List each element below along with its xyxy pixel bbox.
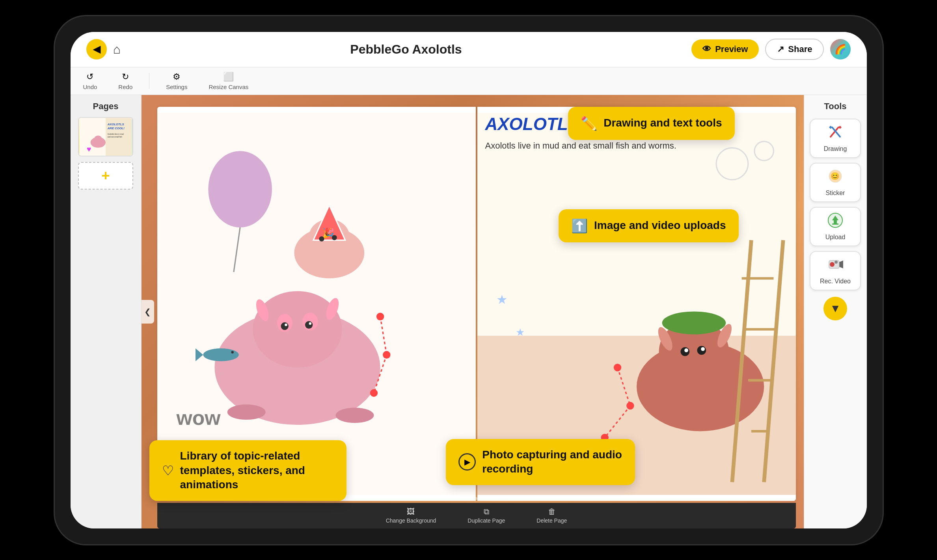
settings-button[interactable]: ⚙ Settings	[161, 70, 192, 92]
header-right: 👁 Preview ↗ Share 🌈	[691, 39, 851, 60]
svg-point-21	[309, 322, 311, 324]
svg-point-23	[335, 407, 374, 423]
svg-text:AXOLOTLS: AXOLOTLS	[107, 123, 125, 126]
svg-marker-70	[829, 126, 832, 129]
back-button[interactable]: ◀	[86, 39, 107, 60]
svg-marker-79	[839, 260, 843, 268]
resize-canvas-button[interactable]: ⬜ Resize Canvas	[204, 70, 253, 92]
svg-point-18	[281, 322, 288, 329]
svg-rect-75	[832, 223, 838, 225]
delete-page-button[interactable]: 🗑 Delete Page	[536, 507, 567, 524]
svg-line-68	[832, 127, 840, 137]
avatar[interactable]: 🌈	[830, 39, 851, 60]
svg-point-10	[208, 151, 272, 227]
canvas-bottom-bar: 🖼 Change Background ⧉ Duplicate Page 🗑 D…	[157, 503, 796, 528]
share-icon: ↗	[777, 44, 784, 54]
svg-point-20	[285, 324, 287, 326]
svg-point-50	[684, 348, 688, 352]
resize-label: Resize Canvas	[209, 84, 248, 90]
duplicate-label: Duplicate Page	[468, 517, 505, 524]
toolbar-divider	[149, 73, 149, 89]
tablet-screen: ◀ ⌂ PebbleGo Axolotls 👁 Preview ↗ Share …	[71, 32, 867, 528]
svg-point-29	[332, 235, 337, 240]
svg-point-28	[319, 236, 324, 241]
change-bg-icon: 🖼	[407, 507, 415, 516]
share-label: Share	[788, 44, 812, 54]
scroll-down-icon: ▼	[830, 302, 841, 315]
dot-active	[468, 497, 471, 500]
scroll-down-button[interactable]: ▼	[823, 297, 847, 320]
sticker-tool-icon: 😊	[827, 168, 843, 187]
delete-icon: 🗑	[548, 507, 556, 516]
tooltip-photo: ▶ Photo capturing and audio recording	[446, 439, 635, 485]
svg-point-32	[231, 351, 233, 353]
svg-point-51	[701, 347, 705, 351]
svg-point-63	[626, 402, 634, 409]
svg-point-13	[253, 291, 342, 367]
library-tooltip-text: Library of topic-related templates, stic…	[180, 449, 334, 492]
change-bg-label: Change Background	[386, 517, 436, 524]
tooltip-upload: ⬆️ Image and video uploads	[559, 209, 739, 242]
drawing-tooltip-text: Drawing and text tools	[604, 116, 722, 130]
page-thumbnail-1[interactable]: AXOLOTLS ARE COOL! Axolotls live in mud …	[78, 117, 133, 156]
tablet-device: ◀ ⌂ PebbleGo Axolotls 👁 Preview ↗ Share …	[55, 16, 883, 544]
svg-text:wow: wow	[176, 406, 221, 429]
home-button[interactable]: ⌂	[113, 42, 121, 57]
duplicate-icon: ⧉	[484, 507, 489, 516]
upload-tool-button[interactable]: Upload	[810, 207, 861, 246]
page-thumb-content: AXOLOTLS ARE COOL! Axolotls live in mud …	[79, 118, 132, 156]
preview-label: Preview	[715, 44, 748, 54]
drawing-tooltip-icon: ✏️	[581, 115, 597, 131]
dot-inactive	[474, 497, 477, 500]
upload-tooltip-icon: ⬆️	[571, 218, 588, 234]
avatar-icon: 🌈	[835, 44, 846, 55]
record-icon	[827, 257, 843, 275]
header-left: ◀ ⌂	[86, 39, 121, 60]
svg-text:Axolotls live in mud: Axolotls live in mud	[108, 133, 124, 135]
add-page-button[interactable]: +	[78, 162, 133, 190]
upload-tool-label: Upload	[825, 234, 846, 241]
upload-tool-icon	[827, 212, 843, 231]
undo-label: Undo	[83, 84, 97, 90]
tooltip-drawing: ✏️ Drawing and text tools	[568, 107, 734, 140]
svg-text:and eat small fish: and eat small fish	[108, 136, 123, 138]
sticker-tool-button[interactable]: 😊 Sticker	[810, 163, 861, 202]
redo-icon: ↻	[122, 72, 129, 82]
record-video-label: Rec. Video	[820, 278, 851, 285]
settings-icon: ⚙	[173, 72, 181, 82]
duplicate-page-button[interactable]: ⧉ Duplicate Page	[468, 507, 505, 524]
drawing-tool-button[interactable]: Drawing	[810, 119, 861, 158]
svg-text:ARE COOL!: ARE COOL!	[107, 126, 125, 130]
undo-button[interactable]: ↺ Undo	[78, 70, 102, 92]
page-body: Axolotls live in mud and eat small fish …	[485, 139, 788, 152]
svg-point-3	[94, 136, 102, 141]
preview-button[interactable]: 👁 Preview	[691, 39, 759, 59]
share-button[interactable]: ↗ Share	[765, 39, 824, 60]
svg-marker-69	[838, 126, 842, 129]
pages-panel-title: Pages	[93, 101, 119, 112]
page-title: PebbleGo Axolotls	[350, 42, 462, 57]
photo-tooltip-icon: ▶	[458, 453, 476, 471]
record-video-tool-button[interactable]: Rec. Video	[810, 251, 861, 290]
tooltip-library: ♡ Library of topic-related templates, st…	[149, 440, 346, 500]
svg-point-19	[305, 321, 312, 328]
upload-tooltip-text: Image and video uploads	[594, 218, 726, 233]
main-area: Pages AXOLOTLS ARE COOL!	[71, 95, 867, 528]
svg-text:😊: 😊	[831, 172, 840, 180]
resize-icon: ⬜	[223, 72, 234, 82]
header-bar: ◀ ⌂ PebbleGo Axolotls 👁 Preview ↗ Share …	[71, 32, 867, 67]
sticker-tool-label: Sticker	[826, 190, 845, 197]
svg-point-30	[203, 348, 238, 361]
redo-label: Redo	[118, 84, 132, 90]
canvas-area[interactable]: ❮	[142, 95, 804, 528]
canvas-left-arrow[interactable]: ❮	[142, 300, 154, 324]
redo-button[interactable]: ↻ Redo	[114, 70, 137, 92]
photo-tooltip-text: Photo capturing and audio recording	[482, 448, 622, 476]
drawing-tool-icon	[827, 124, 843, 143]
pages-panel: Pages AXOLOTLS ARE COOL!	[71, 95, 142, 528]
svg-text:★: ★	[515, 326, 524, 337]
change-background-button[interactable]: 🖼 Change Background	[386, 507, 436, 524]
toolbar: ↺ Undo ↻ Redo ⚙ Settings ⬜ Resize Canvas	[71, 67, 867, 95]
add-page-icon: +	[101, 167, 110, 184]
drawing-tool-label: Drawing	[824, 145, 847, 153]
